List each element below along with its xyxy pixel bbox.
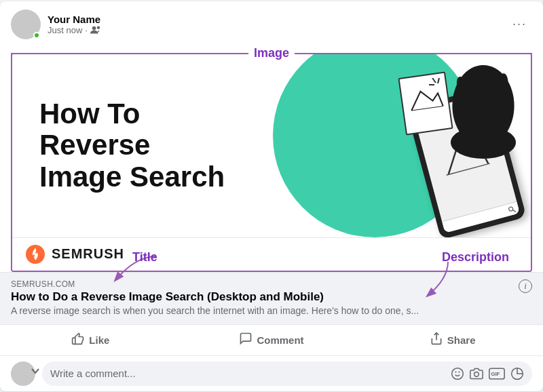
image-section: Image How To Reverse Image Search — [0, 53, 543, 272]
comment-button[interactable]: Comment — [184, 328, 360, 353]
image-wrapper: How To Reverse Image Search — [11, 53, 532, 272]
share-label: Share — [447, 334, 476, 346]
like-button[interactable]: Like — [3, 328, 179, 353]
spark-lines — [429, 78, 456, 98]
post-author: Your Name — [48, 14, 101, 25]
svg-line-7 — [512, 209, 515, 212]
comment-input-wrapper[interactable]: Write a comment... — [42, 361, 532, 386]
svg-point-0 — [92, 26, 96, 31]
comment-area: Write a comment... — [0, 356, 543, 391]
phone-illustration — [422, 95, 510, 231]
online-indicator — [33, 32, 40, 39]
comment-label: Comment — [257, 334, 303, 346]
svg-point-18 — [474, 372, 479, 376]
dot-separator: · — [85, 25, 88, 35]
description-annotation-label: Description — [442, 250, 509, 264]
comment-placeholder: Write a comment... — [50, 368, 451, 379]
like-icon — [71, 332, 85, 349]
chevron-down-icon — [30, 366, 41, 376]
svg-point-12 — [451, 126, 516, 159]
link-preview-container: Title Description SEMRUSH.COM How to Do … — [0, 272, 543, 324]
like-label: Like — [89, 334, 109, 346]
comment-icon — [239, 332, 252, 349]
comment-avatar-container — [11, 361, 35, 386]
post-card: Your Name Just now · ··· — [0, 1, 543, 391]
image-label: Image — [248, 46, 295, 60]
post-meta: Your Name Just now · — [48, 14, 101, 35]
sticker-icon[interactable] — [510, 367, 524, 380]
title-annotation-label: Title — [132, 250, 157, 264]
svg-line-3 — [432, 78, 436, 83]
post-header: Your Name Just now · ··· — [0, 1, 543, 45]
svg-point-6 — [508, 205, 513, 210]
hand-icon — [443, 61, 524, 167]
link-description: A reverse image search is when you searc… — [11, 305, 500, 316]
svg-point-1 — [97, 26, 100, 29]
camera-icon[interactable] — [470, 367, 483, 380]
image-content: How To Reverse Image Search — [12, 54, 531, 237]
emoji-icon[interactable] — [451, 367, 464, 380]
image-headline: How To Reverse Image Search — [39, 98, 257, 193]
gif-icon[interactable]: GIF — [489, 367, 505, 380]
post-actions: Like Comment Share — [0, 324, 543, 356]
avatar — [11, 9, 41, 39]
svg-line-4 — [438, 78, 439, 83]
svg-point-15 — [452, 368, 464, 379]
info-icon[interactable]: i — [519, 279, 532, 293]
more-options-button[interactable]: ··· — [507, 14, 532, 34]
image-text-block: How To Reverse Image Search — [12, 78, 257, 213]
svg-text:GIF: GIF — [491, 371, 500, 377]
post-time: Just now — [48, 25, 82, 35]
description-arrow — [394, 258, 475, 299]
post-header-left: Your Name Just now · — [11, 9, 101, 39]
audience-icon — [90, 25, 101, 35]
post-time-row: Just now · — [48, 25, 101, 35]
semrush-flame-icon — [26, 245, 45, 264]
comment-icons: GIF — [451, 367, 524, 380]
share-button[interactable]: Share — [364, 328, 540, 353]
share-icon — [430, 332, 443, 349]
